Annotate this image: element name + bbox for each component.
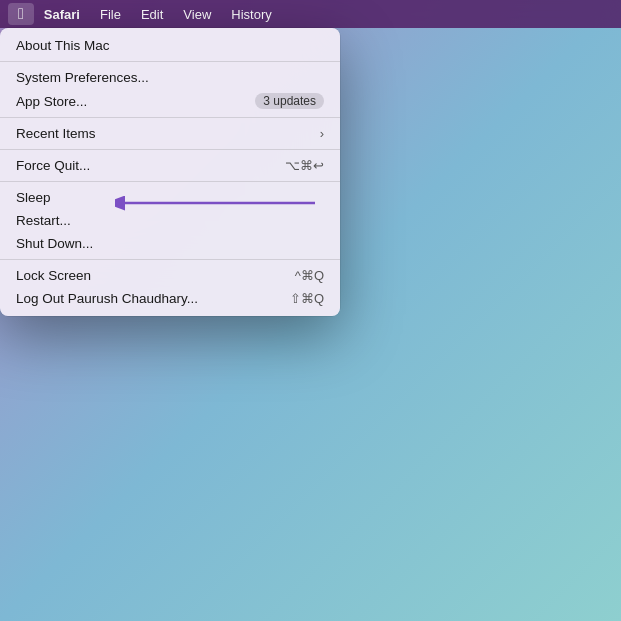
menubar-item-view[interactable]: View bbox=[173, 3, 221, 25]
apple-menu-button[interactable]:  bbox=[8, 3, 34, 25]
menubar-item-safari[interactable]: Safari bbox=[34, 3, 90, 25]
force-quit-shortcut: ⌥⌘↩ bbox=[285, 158, 324, 173]
separator-3 bbox=[0, 149, 340, 150]
separator-5 bbox=[0, 259, 340, 260]
menu-item-restart[interactable]: Restart... bbox=[0, 209, 340, 232]
chevron-right-icon: › bbox=[320, 126, 324, 141]
logout-shortcut: ⇧⌘Q bbox=[290, 291, 324, 306]
menu-item-shutdown[interactable]: Shut Down... bbox=[0, 232, 340, 255]
menubar-item-file[interactable]: File bbox=[90, 3, 131, 25]
menu-item-recent-items[interactable]: Recent Items › bbox=[0, 122, 340, 145]
menubar-item-history[interactable]: History bbox=[221, 3, 281, 25]
menu-item-sleep[interactable]: Sleep bbox=[0, 186, 340, 209]
menu-item-about[interactable]: About This Mac bbox=[0, 34, 340, 57]
menubar-item-edit[interactable]: Edit bbox=[131, 3, 173, 25]
separator-4 bbox=[0, 181, 340, 182]
menubar:  Safari File Edit View History bbox=[0, 0, 621, 28]
menu-item-system-prefs[interactable]: System Preferences... bbox=[0, 66, 340, 89]
menu-item-logout[interactable]: Log Out Paurush Chaudhary... ⇧⌘Q bbox=[0, 287, 340, 310]
menu-item-force-quit[interactable]: Force Quit... ⌥⌘↩ bbox=[0, 154, 340, 177]
separator-2 bbox=[0, 117, 340, 118]
app-store-badge: 3 updates bbox=[255, 93, 324, 109]
separator-1 bbox=[0, 61, 340, 62]
apple-menu-dropdown: About This Mac System Preferences... App… bbox=[0, 28, 340, 316]
lock-screen-shortcut: ^⌘Q bbox=[295, 268, 324, 283]
menu-item-app-store[interactable]: App Store... 3 updates bbox=[0, 89, 340, 113]
menu-item-lock-screen[interactable]: Lock Screen ^⌘Q bbox=[0, 264, 340, 287]
